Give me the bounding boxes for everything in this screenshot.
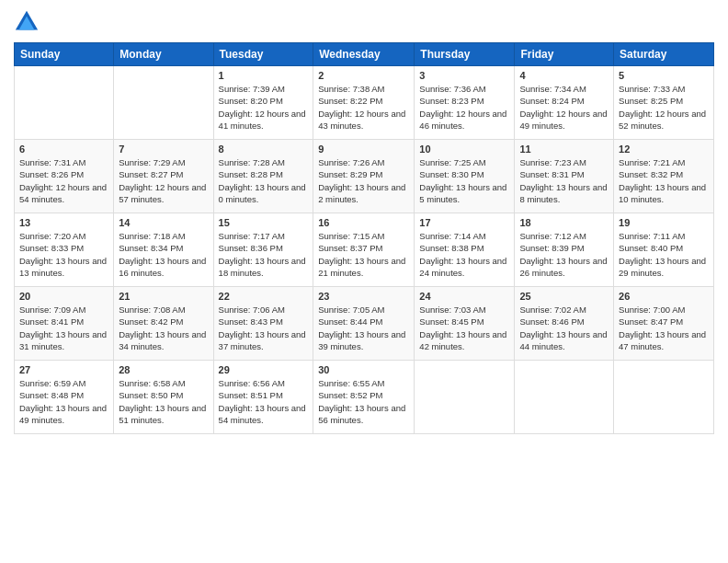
day-cell-7: 7Sunrise: 7:29 AMSunset: 8:27 PMDaylight…	[114, 140, 213, 213]
day-info: Sunrise: 7:11 AMSunset: 8:40 PMDaylight:…	[619, 230, 709, 279]
day-info: Sunrise: 7:15 AMSunset: 8:37 PMDaylight:…	[318, 230, 409, 279]
day-info: Sunrise: 6:58 AMSunset: 8:50 PMDaylight:…	[119, 377, 208, 426]
day-header-monday: Monday	[114, 43, 213, 66]
day-info: Sunrise: 7:02 AMSunset: 8:46 PMDaylight:…	[519, 304, 609, 352]
day-cell-16: 16Sunrise: 7:15 AMSunset: 8:37 PMDayligh…	[313, 213, 415, 287]
day-number: 17	[419, 217, 509, 228]
day-info: Sunrise: 7:00 AMSunset: 8:47 PMDaylight:…	[619, 304, 709, 352]
day-cell-21: 21Sunrise: 7:08 AMSunset: 8:42 PMDayligh…	[114, 287, 213, 361]
day-header-tuesday: Tuesday	[213, 43, 313, 66]
day-info: Sunrise: 6:59 AMSunset: 8:48 PMDaylight:…	[19, 377, 108, 426]
day-number: 20	[19, 291, 108, 302]
day-number: 1	[219, 70, 309, 81]
header	[14, 9, 714, 35]
day-info: Sunrise: 7:26 AMSunset: 8:29 PMDaylight:…	[318, 156, 409, 205]
day-number: 16	[318, 217, 409, 228]
day-cell-6: 6Sunrise: 7:31 AMSunset: 8:26 PMDaylight…	[15, 140, 114, 213]
day-cell-1: 1Sunrise: 7:39 AMSunset: 8:20 PMDaylight…	[213, 66, 313, 140]
day-cell-empty	[614, 361, 714, 434]
day-cell-18: 18Sunrise: 7:12 AMSunset: 8:39 PMDayligh…	[515, 213, 614, 287]
page: SundayMondayTuesdayWednesdayThursdayFrid…	[0, 0, 728, 563]
day-info: Sunrise: 7:05 AMSunset: 8:44 PMDaylight:…	[318, 304, 409, 352]
day-info: Sunrise: 7:38 AMSunset: 8:22 PMDaylight:…	[318, 83, 409, 132]
day-number: 24	[419, 291, 509, 302]
day-number: 10	[419, 144, 509, 155]
day-cell-30: 30Sunrise: 6:55 AMSunset: 8:52 PMDayligh…	[313, 361, 415, 434]
day-number: 7	[119, 144, 208, 155]
day-cell-4: 4Sunrise: 7:34 AMSunset: 8:24 PMDaylight…	[515, 66, 614, 140]
day-info: Sunrise: 7:36 AMSunset: 8:23 PMDaylight:…	[419, 83, 509, 132]
day-info: Sunrise: 7:28 AMSunset: 8:28 PMDaylight:…	[219, 156, 309, 205]
day-number: 22	[219, 291, 309, 302]
day-cell-14: 14Sunrise: 7:18 AMSunset: 8:34 PMDayligh…	[114, 213, 213, 287]
day-number: 6	[19, 144, 108, 155]
day-header-sunday: Sunday	[15, 43, 114, 66]
day-info: Sunrise: 7:21 AMSunset: 8:32 PMDaylight:…	[619, 156, 709, 205]
week-row-1: 1Sunrise: 7:39 AMSunset: 8:20 PMDaylight…	[15, 66, 714, 140]
day-number: 30	[318, 364, 409, 375]
day-cell-9: 9Sunrise: 7:26 AMSunset: 8:29 PMDaylight…	[313, 140, 415, 213]
day-cell-12: 12Sunrise: 7:21 AMSunset: 8:32 PMDayligh…	[614, 140, 714, 213]
day-cell-empty	[415, 361, 515, 434]
week-row-2: 6Sunrise: 7:31 AMSunset: 8:26 PMDaylight…	[15, 140, 714, 213]
day-number: 12	[619, 144, 709, 155]
day-info: Sunrise: 7:31 AMSunset: 8:26 PMDaylight:…	[19, 156, 108, 205]
day-number: 9	[318, 144, 409, 155]
day-info: Sunrise: 6:56 AMSunset: 8:51 PMDaylight:…	[219, 377, 309, 426]
day-info: Sunrise: 7:29 AMSunset: 8:27 PMDaylight:…	[119, 156, 208, 205]
day-number: 25	[519, 291, 609, 302]
day-header-wednesday: Wednesday	[313, 43, 415, 66]
day-cell-20: 20Sunrise: 7:09 AMSunset: 8:41 PMDayligh…	[15, 287, 114, 361]
day-number: 28	[119, 364, 208, 375]
day-number: 26	[619, 291, 709, 302]
day-number: 8	[219, 144, 309, 155]
day-info: Sunrise: 7:20 AMSunset: 8:33 PMDaylight:…	[19, 230, 108, 279]
day-cell-10: 10Sunrise: 7:25 AMSunset: 8:30 PMDayligh…	[415, 140, 515, 213]
day-number: 5	[619, 70, 709, 81]
day-cell-15: 15Sunrise: 7:17 AMSunset: 8:36 PMDayligh…	[213, 213, 313, 287]
day-info: Sunrise: 7:08 AMSunset: 8:42 PMDaylight:…	[119, 304, 208, 352]
day-info: Sunrise: 7:17 AMSunset: 8:36 PMDaylight:…	[219, 230, 309, 279]
day-number: 29	[219, 364, 309, 375]
day-cell-empty	[515, 361, 614, 434]
day-cell-3: 3Sunrise: 7:36 AMSunset: 8:23 PMDaylight…	[415, 66, 515, 140]
day-cell-5: 5Sunrise: 7:33 AMSunset: 8:25 PMDaylight…	[614, 66, 714, 140]
day-info: Sunrise: 7:09 AMSunset: 8:41 PMDaylight:…	[19, 304, 108, 352]
day-number: 3	[419, 70, 509, 81]
week-row-4: 20Sunrise: 7:09 AMSunset: 8:41 PMDayligh…	[15, 287, 714, 361]
day-cell-13: 13Sunrise: 7:20 AMSunset: 8:33 PMDayligh…	[15, 213, 114, 287]
day-cell-17: 17Sunrise: 7:14 AMSunset: 8:38 PMDayligh…	[415, 213, 515, 287]
day-cell-29: 29Sunrise: 6:56 AMSunset: 8:51 PMDayligh…	[213, 361, 313, 434]
day-number: 23	[318, 291, 409, 302]
day-cell-24: 24Sunrise: 7:03 AMSunset: 8:45 PMDayligh…	[415, 287, 515, 361]
day-header-saturday: Saturday	[614, 43, 714, 66]
day-number: 4	[519, 70, 609, 81]
day-cell-empty	[15, 66, 114, 140]
day-info: Sunrise: 6:55 AMSunset: 8:52 PMDaylight:…	[318, 377, 409, 426]
day-cell-28: 28Sunrise: 6:58 AMSunset: 8:50 PMDayligh…	[114, 361, 213, 434]
day-cell-8: 8Sunrise: 7:28 AMSunset: 8:28 PMDaylight…	[213, 140, 313, 213]
day-number: 21	[119, 291, 208, 302]
day-cell-25: 25Sunrise: 7:02 AMSunset: 8:46 PMDayligh…	[515, 287, 614, 361]
logo-icon	[14, 9, 40, 35]
week-row-5: 27Sunrise: 6:59 AMSunset: 8:48 PMDayligh…	[15, 361, 714, 434]
day-info: Sunrise: 7:03 AMSunset: 8:45 PMDaylight:…	[419, 304, 509, 352]
header-row: SundayMondayTuesdayWednesdayThursdayFrid…	[15, 43, 714, 66]
day-info: Sunrise: 7:23 AMSunset: 8:31 PMDaylight:…	[519, 156, 609, 205]
day-info: Sunrise: 7:33 AMSunset: 8:25 PMDaylight:…	[619, 83, 709, 132]
day-info: Sunrise: 7:34 AMSunset: 8:24 PMDaylight:…	[519, 83, 609, 132]
week-row-3: 13Sunrise: 7:20 AMSunset: 8:33 PMDayligh…	[15, 213, 714, 287]
day-number: 15	[219, 217, 309, 228]
calendar-table: SundayMondayTuesdayWednesdayThursdayFrid…	[14, 42, 714, 434]
day-number: 13	[19, 217, 108, 228]
day-info: Sunrise: 7:25 AMSunset: 8:30 PMDaylight:…	[419, 156, 509, 205]
day-number: 14	[119, 217, 208, 228]
day-cell-26: 26Sunrise: 7:00 AMSunset: 8:47 PMDayligh…	[614, 287, 714, 361]
day-info: Sunrise: 7:14 AMSunset: 8:38 PMDaylight:…	[419, 230, 509, 279]
day-number: 11	[519, 144, 609, 155]
logo	[14, 9, 43, 35]
day-header-friday: Friday	[515, 43, 614, 66]
day-info: Sunrise: 7:39 AMSunset: 8:20 PMDaylight:…	[219, 83, 309, 132]
day-cell-2: 2Sunrise: 7:38 AMSunset: 8:22 PMDaylight…	[313, 66, 415, 140]
day-number: 2	[318, 70, 409, 81]
